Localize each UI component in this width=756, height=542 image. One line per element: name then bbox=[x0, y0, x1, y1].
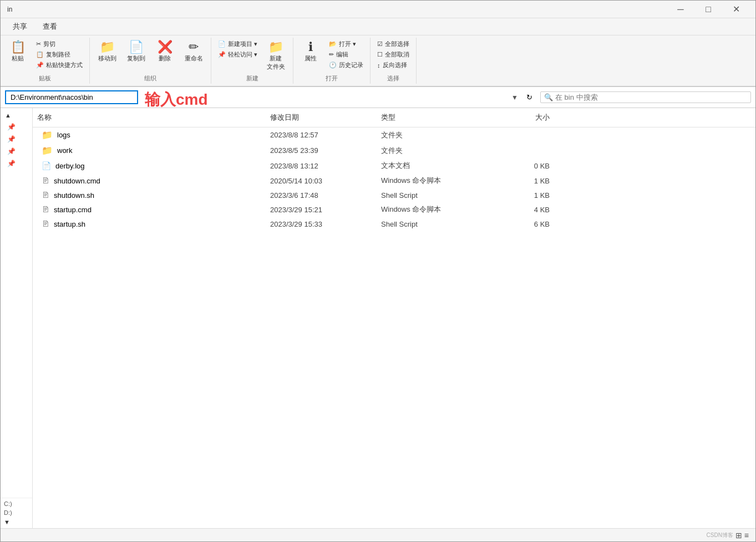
select-col: ☑ 全部选择 ☐ 全部取消 ↕ 反向选择 bbox=[374, 39, 413, 70]
minimize-button[interactable]: ─ bbox=[668, 1, 693, 18]
close-button[interactable]: ✕ bbox=[723, 1, 749, 18]
header-size[interactable]: 大小 bbox=[499, 110, 554, 125]
history-button[interactable]: 🕐 历史记录 bbox=[326, 60, 367, 70]
table-row[interactable]: 🖹 startup.sh 2023/3/29 15:33 Shell Scrip… bbox=[33, 217, 755, 231]
sidebar-drive-d[interactable]: D:) bbox=[2, 508, 31, 517]
new-content: 📄 新建项目 ▾ 📌 轻松访问 ▾ 📁 新建文件夹 bbox=[215, 39, 290, 73]
ribbon-tabs: 共享 查看 bbox=[1, 18, 755, 35]
delete-label: 删除 bbox=[159, 54, 171, 63]
copy-to-icon: 📄 bbox=[129, 41, 144, 53]
refresh-button[interactable]: ↻ bbox=[521, 90, 537, 105]
sidebar-drive-c[interactable]: C:) bbox=[2, 499, 31, 508]
table-row[interactable]: 📁 work 2023/8/5 23:39 文件夹 bbox=[33, 143, 755, 158]
titlebar: in ─ □ ✕ bbox=[1, 1, 755, 18]
file-size: 1 KB bbox=[499, 177, 554, 185]
sidebar-pin-1[interactable]: 📌 bbox=[5, 121, 28, 132]
sidebar-expand-arrow[interactable]: ▲ bbox=[3, 110, 30, 120]
file-name-text: work bbox=[57, 146, 72, 155]
paste-shortcut-button[interactable]: 📌 粘贴快捷方式 bbox=[33, 60, 86, 70]
file-name-text: startup.cmd bbox=[54, 206, 92, 214]
copy-to-label: 复制到 bbox=[127, 54, 145, 63]
addressbar: 输入cmd ▼ ↻ 🔍 bbox=[1, 87, 755, 108]
refresh-icon: ↻ bbox=[526, 93, 532, 101]
tab-share[interactable]: 共享 bbox=[5, 18, 35, 35]
file-name: 🖹 startup.sh bbox=[33, 219, 266, 228]
easy-access-icon: 📌 bbox=[218, 51, 226, 58]
ribbon-group-clipboard: 📋 粘贴 ✂ 剪切 📋 复制路径 📌 粘贴快捷方式 bbox=[1, 38, 90, 84]
file-type: Shell Script bbox=[377, 191, 499, 200]
tab-view[interactable]: 查看 bbox=[35, 18, 65, 35]
file-list-header: 名称 修改日期 类型 大小 bbox=[33, 108, 755, 127]
header-type[interactable]: 类型 bbox=[377, 110, 499, 125]
table-row[interactable]: 🖹 shutdown.cmd 2020/5/14 10:03 Windows 命… bbox=[33, 173, 755, 188]
ribbon-group-select: ☑ 全部选择 ☐ 全部取消 ↕ 反向选择 选择 bbox=[371, 38, 417, 84]
address-input[interactable] bbox=[5, 90, 138, 104]
sidebar-scroll-down[interactable]: ▼ bbox=[2, 517, 31, 527]
move-to-button[interactable]: 📁 移动到 bbox=[93, 39, 121, 65]
header-date[interactable]: 修改日期 bbox=[266, 110, 377, 125]
file-name: 📁 logs bbox=[33, 130, 266, 140]
file-date: 2023/8/5 23:39 bbox=[266, 146, 377, 155]
select-content: ☑ 全部选择 ☐ 全部取消 ↕ 反向选择 bbox=[374, 39, 413, 73]
deselect-all-button[interactable]: ☐ 全部取消 bbox=[374, 49, 413, 60]
window-title: in bbox=[7, 6, 12, 13]
new-item-button[interactable]: 📄 新建项目 ▾ bbox=[215, 39, 261, 49]
select-all-icon: ☑ bbox=[377, 40, 383, 48]
open-col: 📂 打开 ▾ ✏ 编辑 🕐 历史记录 bbox=[326, 39, 367, 70]
file-name-text: shutdown.sh bbox=[54, 191, 94, 200]
invert-selection-icon: ↕ bbox=[377, 62, 380, 69]
sidebar-pin-4[interactable]: 📌 bbox=[5, 158, 28, 169]
properties-button[interactable]: ℹ 属性 bbox=[297, 39, 324, 65]
table-row[interactable]: 🖹 startup.cmd 2023/3/29 15:21 Windows 命令… bbox=[33, 202, 755, 217]
file-date: 2023/8/8 12:57 bbox=[266, 131, 377, 139]
sidebar-pin-2[interactable]: 📌 bbox=[5, 134, 28, 145]
cut-button[interactable]: ✂ 剪切 bbox=[33, 39, 86, 49]
file-type: Windows 命令脚本 bbox=[377, 176, 499, 186]
table-row[interactable]: 📄 derby.log 2023/8/8 13:12 文本文档 0 KB bbox=[33, 158, 755, 173]
script-icon: 🖹 bbox=[42, 176, 49, 185]
copy-path-button[interactable]: 📋 复制路径 bbox=[33, 49, 86, 60]
paste-button[interactable]: 📋 粘贴 bbox=[4, 39, 32, 65]
edit-button[interactable]: ✏ 编辑 bbox=[326, 49, 367, 60]
ribbon: 📋 粘贴 ✂ 剪切 📋 复制路径 📌 粘贴快捷方式 bbox=[1, 35, 755, 87]
file-list: 名称 修改日期 类型 大小 📁 logs 2023/8/8 12:57 文件夹 … bbox=[33, 108, 755, 528]
open-with-button[interactable]: 📂 打开 ▾ bbox=[326, 39, 367, 49]
file-date: 2023/3/29 15:21 bbox=[266, 206, 377, 214]
clipboard-col: ✂ 剪切 📋 复制路径 📌 粘贴快捷方式 bbox=[33, 39, 86, 70]
file-type: Windows 命令脚本 bbox=[377, 204, 499, 214]
search-bar[interactable]: 🔍 bbox=[540, 91, 751, 103]
delete-button[interactable]: ❌ 删除 bbox=[151, 39, 179, 65]
search-input[interactable] bbox=[555, 93, 747, 101]
organize-content: 📁 移动到 📄 复制到 ❌ 删除 ✏ 重命名 bbox=[93, 39, 207, 73]
file-name-text: shutdown.cmd bbox=[54, 177, 100, 185]
statusbar: CSDN博客 ⊞ ≡ bbox=[1, 528, 755, 541]
maximize-button[interactable]: □ bbox=[696, 1, 721, 18]
pin-icon-2: 📌 bbox=[7, 135, 16, 143]
copy-to-button[interactable]: 📄 复制到 bbox=[122, 39, 150, 65]
select-all-button[interactable]: ☑ 全部选择 bbox=[374, 39, 413, 49]
properties-label: 属性 bbox=[305, 54, 317, 63]
open-label: 打开 bbox=[326, 74, 338, 83]
new-folder-button[interactable]: 📁 新建文件夹 bbox=[262, 39, 290, 73]
clipboard-content: 📋 粘贴 ✂ 剪切 📋 复制路径 📌 粘贴快捷方式 bbox=[4, 39, 86, 73]
file-type: 文件夹 bbox=[377, 130, 499, 140]
new-col: 📄 新建项目 ▾ 📌 轻松访问 ▾ bbox=[215, 39, 261, 60]
header-name[interactable]: 名称 bbox=[33, 110, 266, 125]
script-icon: 🖹 bbox=[42, 205, 49, 214]
file-name: 📄 derby.log bbox=[33, 161, 266, 170]
deselect-all-icon: ☐ bbox=[377, 51, 383, 58]
file-date: 2023/8/8 13:12 bbox=[266, 162, 377, 170]
up-arrow-icon: ▲ bbox=[5, 112, 11, 119]
ribbon-group-new: 📄 新建项目 ▾ 📌 轻松访问 ▾ 📁 新建文件夹 新建 bbox=[211, 38, 293, 84]
invert-selection-button[interactable]: ↕ 反向选择 bbox=[374, 60, 413, 70]
move-to-label: 移动到 bbox=[98, 54, 116, 63]
table-row[interactable]: 🖹 shutdown.sh 2023/3/6 17:48 Shell Scrip… bbox=[33, 188, 755, 202]
sidebar-pin-3[interactable]: 📌 bbox=[5, 146, 28, 157]
file-name-text: derby.log bbox=[55, 162, 85, 170]
easy-access-button[interactable]: 📌 轻松访问 ▾ bbox=[215, 49, 261, 60]
table-row[interactable]: 📁 logs 2023/8/8 12:57 文件夹 bbox=[33, 127, 755, 143]
address-dropdown[interactable]: ▼ bbox=[511, 94, 518, 101]
paste-label: 粘贴 bbox=[12, 54, 24, 63]
rename-button[interactable]: ✏ 重命名 bbox=[180, 39, 207, 65]
paste-shortcut-label: 粘贴快捷方式 bbox=[46, 61, 83, 69]
